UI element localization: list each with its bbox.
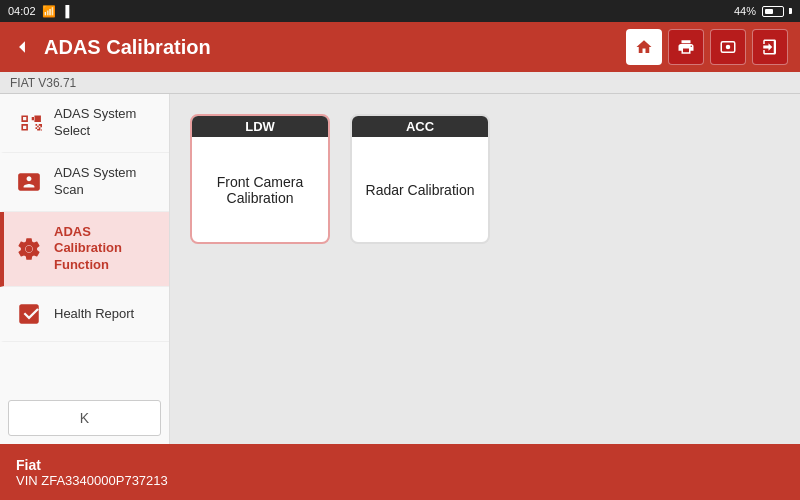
sidebar-item-health-report[interactable]: Health Report (0, 287, 169, 342)
collapse-button[interactable]: K (8, 400, 161, 436)
exit-button[interactable] (752, 29, 788, 65)
time-display: 04:02 (8, 5, 36, 17)
status-bar: 04:02 📶 ▐ 44% (0, 0, 800, 22)
sidebar-item-adas-system-select[interactable]: ADAS System Select (0, 94, 169, 153)
svg-point-2 (26, 246, 33, 253)
adas-scan-icon (14, 167, 44, 197)
sidebar-label-adas-function: ADAS Calibration Function (54, 224, 159, 275)
main-layout: ADAS System Select ADAS System Scan ADAS… (0, 94, 800, 444)
page-title: ADAS Calibration (44, 36, 614, 59)
status-left: 04:02 📶 ▐ (8, 5, 69, 18)
back-button[interactable] (12, 37, 32, 57)
version-bar: FIAT V36.71 (0, 72, 800, 94)
adas-button[interactable] (710, 29, 746, 65)
radar-calibration-label: Radar Calibration (356, 137, 485, 242)
vin-number: VIN ZFA3340000P737213 (16, 473, 784, 488)
battery-percent: 44% (734, 5, 756, 17)
home-button[interactable] (626, 29, 662, 65)
health-report-icon (14, 299, 44, 329)
version-text: FIAT V36.71 (10, 76, 76, 90)
sidebar-label-adas-select: ADAS System Select (54, 106, 159, 140)
front-camera-card[interactable]: LDW Front Camera Calibration (190, 114, 330, 244)
sidebar-spacer (0, 342, 169, 392)
car-name: Fiat (16, 457, 784, 473)
signal-icon: ▐ (62, 5, 70, 17)
sidebar-item-adas-calibration-function[interactable]: ADAS Calibration Function (0, 212, 169, 288)
status-right: 44% (734, 5, 792, 17)
sidebar-label-adas-scan: ADAS System Scan (54, 165, 159, 199)
wifi-icon: 📶 (42, 5, 56, 18)
print-button[interactable] (668, 29, 704, 65)
bottom-bar: Fiat VIN ZFA3340000P737213 (0, 444, 800, 500)
battery-icon (762, 6, 784, 17)
header: ADAS Calibration (0, 22, 800, 72)
radar-calibration-card[interactable]: ACC Radar Calibration (350, 114, 490, 244)
svg-point-1 (726, 45, 731, 50)
content-area: LDW Front Camera Calibration ACC Radar C… (170, 94, 800, 444)
header-icons (626, 29, 788, 65)
adas-function-icon (14, 234, 44, 264)
sidebar-label-health-report: Health Report (54, 306, 134, 323)
front-camera-label: Front Camera Calibration (192, 137, 328, 242)
battery-tip (789, 8, 792, 14)
sidebar: ADAS System Select ADAS System Scan ADAS… (0, 94, 170, 444)
adas-select-icon (14, 108, 44, 138)
sidebar-item-adas-system-scan[interactable]: ADAS System Scan (0, 153, 169, 212)
acc-badge: ACC (352, 116, 488, 137)
ldw-badge: LDW (192, 116, 328, 137)
